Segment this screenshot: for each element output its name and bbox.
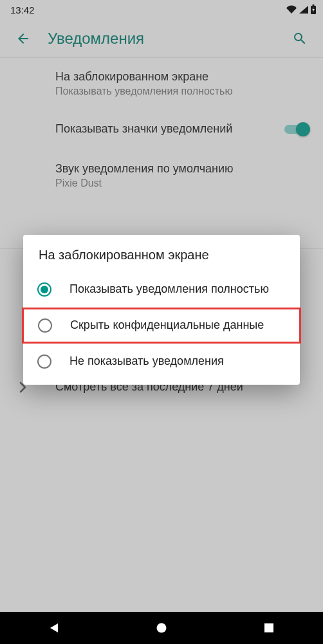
radio-icon bbox=[37, 282, 51, 297]
nav-back-icon bbox=[48, 621, 60, 634]
lockscreen-dialog: На заблокированном экране Показывать уве… bbox=[23, 235, 300, 385]
nav-home-button[interactable] bbox=[136, 612, 187, 644]
nav-recents-icon bbox=[264, 623, 274, 633]
nav-home-icon bbox=[156, 622, 167, 634]
dialog-option-hide-sensitive[interactable]: Скрыть конфиденциальные данные bbox=[22, 308, 301, 344]
nav-recents-button[interactable] bbox=[243, 612, 295, 644]
dialog-option-show-all[interactable]: Показывать уведомления полностью bbox=[23, 271, 300, 308]
svg-rect-3 bbox=[264, 623, 273, 632]
radio-icon bbox=[38, 318, 52, 333]
radio-icon bbox=[37, 354, 51, 369]
dialog-option-label: Скрыть конфиденциальные данные bbox=[70, 318, 264, 333]
dialog-option-hide-all[interactable]: Не показывать уведомления bbox=[23, 344, 300, 380]
dialog-option-label: Показывать уведомления полностью bbox=[69, 282, 269, 297]
navigation-bar bbox=[0, 612, 323, 644]
dialog-title: На заблокированном экране bbox=[23, 248, 300, 271]
svg-point-2 bbox=[156, 623, 166, 633]
dialog-option-label: Не показывать уведомления bbox=[69, 354, 224, 369]
nav-back-button[interactable] bbox=[28, 612, 80, 644]
